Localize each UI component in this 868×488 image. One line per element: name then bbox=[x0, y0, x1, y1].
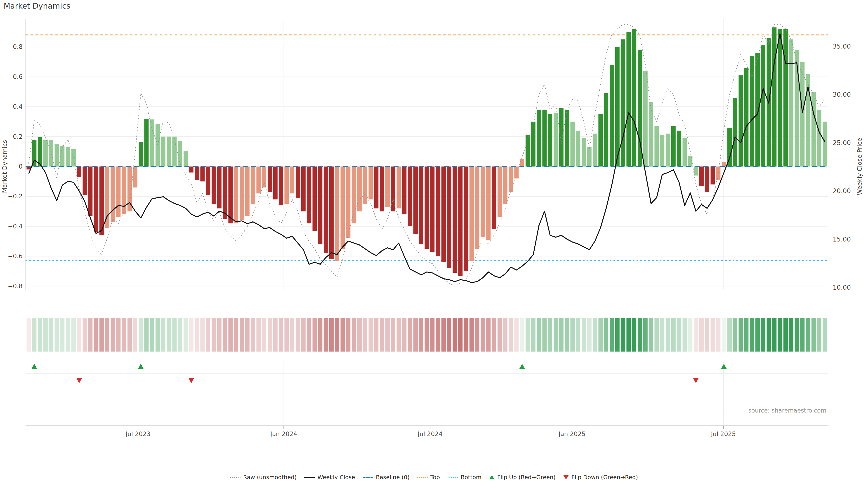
oscillator-bar bbox=[626, 32, 631, 166]
oscillator-bar bbox=[498, 166, 502, 217]
heatmap-cell bbox=[598, 318, 602, 352]
oscillator-bar bbox=[559, 108, 563, 166]
source-text: source: sharemaestro.com bbox=[748, 407, 827, 414]
oscillator-bar bbox=[341, 166, 345, 249]
oscillator-bar bbox=[683, 138, 687, 166]
oscillator-bar bbox=[358, 166, 362, 212]
legend-item-weekly-close: Weekly Close bbox=[304, 474, 355, 481]
oscillator-bar bbox=[245, 166, 250, 216]
flip-up-marker bbox=[721, 364, 727, 369]
heatmap-cell bbox=[329, 318, 334, 352]
oscillator-bar bbox=[268, 166, 272, 192]
heatmap-cell bbox=[705, 318, 709, 352]
flip-down-marker bbox=[693, 378, 699, 383]
heatmap-cell bbox=[475, 318, 479, 352]
heatmap-cell bbox=[683, 318, 687, 352]
heatmap-cell bbox=[520, 318, 524, 352]
heatmap-cell bbox=[666, 318, 670, 352]
heatmap-cell bbox=[654, 318, 659, 352]
heatmap-cell bbox=[380, 318, 384, 352]
heatmap-cell bbox=[38, 318, 42, 352]
oscillator-bar bbox=[654, 126, 659, 166]
heatmap-cell bbox=[133, 318, 137, 352]
heatmap-cell bbox=[593, 318, 597, 352]
heatmap-cell bbox=[268, 318, 272, 352]
oscillator-bar bbox=[385, 166, 390, 207]
oscillator-bar bbox=[380, 166, 384, 212]
oscillator-bar bbox=[447, 166, 452, 268]
oscillator-bar bbox=[313, 166, 317, 231]
heatmap-cell bbox=[369, 318, 373, 352]
heatmap-cell bbox=[105, 318, 110, 352]
oscillator-bar bbox=[722, 162, 726, 166]
oscillator-bar bbox=[116, 166, 121, 217]
oscillator-bar bbox=[38, 137, 42, 166]
oscillator-bar bbox=[228, 166, 232, 223]
heatmap-cell bbox=[722, 318, 726, 352]
heatmap-cell bbox=[161, 318, 165, 352]
heatmap-cell bbox=[402, 318, 406, 352]
oscillator-bar bbox=[520, 159, 524, 166]
heatmap-cell bbox=[554, 318, 558, 352]
oscillator-bar bbox=[234, 166, 238, 223]
oscillator-bar bbox=[610, 65, 614, 166]
legend-label: Flip Up (Red→Green) bbox=[497, 474, 556, 481]
heatmap-cell bbox=[660, 318, 664, 352]
osc-tick-label: −0.8 bbox=[8, 283, 23, 290]
oscillator-bar bbox=[284, 166, 289, 204]
heatmap-cell bbox=[711, 318, 715, 352]
oscillator-bar bbox=[441, 166, 446, 262]
heatmap-cell bbox=[621, 318, 625, 352]
oscillator-bar bbox=[811, 92, 816, 166]
legend-label: Weekly Close bbox=[317, 474, 355, 481]
oscillator-bar bbox=[133, 166, 137, 188]
oscillator-bar bbox=[694, 166, 698, 175]
heatmap-cell bbox=[49, 318, 53, 352]
heatmap-cell bbox=[290, 318, 294, 352]
heatmap-cell bbox=[43, 318, 48, 352]
heatmap-cell bbox=[206, 318, 210, 352]
heatmap-cell bbox=[458, 318, 463, 352]
heatmap-cell bbox=[346, 318, 350, 352]
oscillator-bar bbox=[296, 166, 300, 198]
oscillator-bar bbox=[369, 166, 373, 199]
oscillator-bar bbox=[419, 166, 423, 244]
flip-up-marker bbox=[31, 364, 37, 369]
oscillator-bar bbox=[621, 39, 625, 166]
oscillator-bar bbox=[666, 133, 670, 166]
heatmap-cell bbox=[200, 318, 205, 352]
heatmap-cell bbox=[363, 318, 367, 352]
oscillator-bar bbox=[716, 166, 720, 180]
heatmap-cell bbox=[649, 318, 653, 352]
heatmap-cell bbox=[694, 318, 698, 352]
oscillator-bar bbox=[430, 166, 434, 252]
heatmap-cell bbox=[195, 318, 199, 352]
heatmap-cell bbox=[744, 318, 748, 352]
oscillator-bar bbox=[413, 166, 418, 234]
heatmap-cell bbox=[156, 318, 160, 352]
oscillator-bar bbox=[301, 166, 306, 212]
heatmap-cell bbox=[823, 318, 827, 352]
oscillator-bar bbox=[582, 138, 586, 166]
heatmap-cell bbox=[127, 318, 132, 352]
right-axis-title: Weekly Close Price bbox=[856, 138, 863, 195]
heatmap-cell bbox=[352, 318, 356, 352]
heatmap-cell bbox=[688, 318, 692, 352]
heatmap-cell bbox=[789, 318, 794, 352]
legend-label: Raw (unsmoothed) bbox=[243, 474, 297, 481]
oscillator-bar bbox=[329, 166, 334, 259]
oscillator-bar bbox=[733, 98, 737, 167]
heatmap-cell bbox=[116, 318, 121, 352]
oscillator-bar bbox=[408, 166, 412, 226]
market-dynamics-chart: Jul 2023Jan 2024Jul 2024Jan 2025Jul 2025… bbox=[0, 0, 868, 488]
heatmap-cell bbox=[335, 318, 339, 352]
osc-tick-label: −0.6 bbox=[8, 253, 23, 260]
heatmap-cell bbox=[531, 318, 535, 352]
heatmap-cell bbox=[284, 318, 289, 352]
weekly-close-swatch-icon bbox=[304, 477, 315, 478]
heatmap-cell bbox=[548, 318, 552, 352]
oscillator-bar bbox=[374, 166, 378, 208]
heatmap-cell bbox=[772, 318, 776, 352]
market-dynamics-page: Market Dynamics Jul 2023Jan 2024Jul 2024… bbox=[0, 0, 868, 488]
heatmap-cell bbox=[88, 318, 92, 352]
